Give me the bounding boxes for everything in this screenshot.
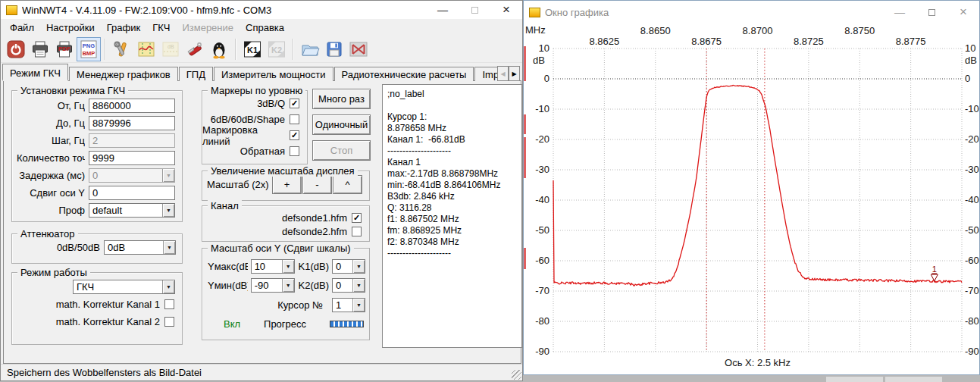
y-axis-tick-label-left: -80 <box>525 315 549 327</box>
close-button[interactable]: × <box>947 1 979 23</box>
info-line <box>387 100 517 111</box>
zoom---button[interactable]: - <box>302 175 332 194</box>
graph-titlebar: Окно графика — × <box>524 1 979 23</box>
menu-item-3[interactable]: График <box>101 20 146 35</box>
ymin-select[interactable]: -90▼ <box>251 278 295 293</box>
До, Гц-input[interactable]: 8879996 <box>89 116 175 130</box>
print-pdf-icon[interactable]: PDF <box>52 37 77 61</box>
app-icon <box>6 5 17 15</box>
sweep-row: От, Гц8860000 <box>12 97 182 114</box>
tux-icon[interactable] <box>207 37 231 61</box>
k2-select[interactable]: 0▼ <box>332 278 365 293</box>
maximize-icon <box>471 7 478 14</box>
resize-grip[interactable] <box>512 370 521 380</box>
info-line: Канал 1: -66.81dB <box>387 134 517 146</box>
save-icon[interactable] <box>322 37 346 61</box>
knife-icon[interactable] <box>183 37 207 61</box>
group-legend: Режим работы <box>17 267 90 278</box>
checkbox-unchecked[interactable] <box>164 299 174 309</box>
close-button[interactable]: × <box>490 1 522 19</box>
ymax-select[interactable]: 10▼ <box>251 259 295 274</box>
checkbox-checked[interactable]: ✓ <box>290 130 299 140</box>
tools-icon[interactable] <box>110 37 134 61</box>
attenuator-label: 0dB/50dB <box>17 242 100 253</box>
x-axis-note: Ось X: 2.5 kHz <box>712 357 803 368</box>
checkbox-unchecked[interactable] <box>352 227 362 236</box>
info-line: f1: 8.867502 MHz <box>387 214 517 225</box>
checkbox-unchecked[interactable] <box>164 317 174 327</box>
y-axis-tick-label-left: -10 <box>525 103 549 114</box>
power-icon[interactable] <box>4 37 28 61</box>
chevron-down-icon: ▼ <box>162 169 174 182</box>
sweep-row-label: Задержка (мс) <box>17 170 85 181</box>
info-line: --------------------- <box>387 146 517 157</box>
graph-settings-icon[interactable] <box>134 37 158 61</box>
sweep-row-label: До, Гц <box>17 117 85 129</box>
tab-1[interactable]: Режим ГКЧ <box>2 64 68 81</box>
maximize-button[interactable] <box>459 1 490 19</box>
Проф-select[interactable]: default▼ <box>89 203 175 218</box>
info-line: max:-2.17dB 8.868798MHz <box>387 168 517 180</box>
print-icon[interactable] <box>28 37 52 61</box>
minimize-button[interactable]: — <box>427 1 459 19</box>
menu-item-2[interactable]: Настройки <box>40 20 101 35</box>
checkbox-label: math. Korrektur Kanal 1 <box>56 299 160 310</box>
y-axis-tick-label-right: -20 <box>965 133 980 145</box>
y-axis-tick-label-right: -90 <box>965 346 980 357</box>
ymin-label: Yмин(dB) <box>208 280 248 291</box>
tab-scroll-right-button[interactable]: ▶ <box>509 66 520 81</box>
display-zoom-group: Увеличение масштаба дисплея Масштаб (2x)… <box>202 171 370 201</box>
Количество точек-input[interactable]: 9999 <box>89 151 175 165</box>
menu-item-1[interactable]: Файл <box>4 20 40 35</box>
zoom-+-button[interactable]: + <box>272 175 302 194</box>
checkbox-unchecked[interactable] <box>290 114 299 124</box>
maximize-button[interactable] <box>916 1 947 23</box>
open-folder-icon[interactable] <box>298 37 322 61</box>
progress-label: Прогресс <box>240 318 330 330</box>
group-legend: Канал <box>208 200 242 211</box>
chevron-down-icon: ▼ <box>162 204 174 217</box>
checkbox-checked[interactable]: ✓ <box>352 213 362 223</box>
checkbox-label: defsonde2.hfm <box>282 226 347 237</box>
Сдвиг оси Y-input[interactable]: 0 <box>89 186 175 200</box>
checkbox-label: Маркировка линий <box>202 124 285 147</box>
svg-text:BMP: BMP <box>83 50 95 57</box>
y-axis-tick-label-left: -70 <box>525 285 549 296</box>
attenuator-select[interactable]: 0dB ▼ <box>104 240 176 255</box>
db-scale-icon[interactable]: dB <box>158 37 183 61</box>
tab-3[interactable]: ГПД <box>179 67 213 81</box>
checkbox-unchecked[interactable] <box>290 146 299 156</box>
zoom-^-button[interactable]: ^ <box>333 175 362 194</box>
x-axis-tick-label: 8.8775 <box>892 36 930 47</box>
checkbox-checked[interactable]: ✓ <box>290 99 299 108</box>
tab-4[interactable]: Измеритель мощности <box>214 67 333 81</box>
checkbox-row: math. Korrektur Kanal 2 <box>12 313 182 330</box>
group-legend: Масштаб оси Y (Сдвиг шкалы) <box>208 243 354 254</box>
Много раз-button[interactable]: Много раз <box>312 89 371 109</box>
chevron-down-icon: ▼ <box>163 241 175 254</box>
export-image-icon[interactable]: PNGBMP <box>77 37 101 61</box>
menu-item-5[interactable]: Измерение <box>176 20 240 35</box>
Одиночный-button[interactable]: Одиночный <box>312 114 371 135</box>
y-axis-tick-label-right: -40 <box>965 194 980 205</box>
menu-item-6[interactable]: Справка <box>240 20 290 35</box>
sweep-window-icon[interactable] <box>346 37 371 61</box>
y-axis-tick-label-left: -20 <box>525 133 549 145</box>
tab-scroll-left-button[interactable]: ◀ <box>497 66 509 81</box>
channel-group: Канал defsonde1.hfm✓defsonde2.hfm <box>202 205 370 242</box>
x-axis-unit-label: MHz <box>525 24 546 36</box>
chevron-down-icon: ▼ <box>282 279 294 292</box>
tab-5[interactable]: Радиотехнические расчеты <box>334 67 474 81</box>
k1-select[interactable]: 0▼ <box>332 259 365 274</box>
mode-select[interactable]: ГКЧ ▼ <box>73 280 175 294</box>
status-text: Speichern des Wobbelfensters als Bild-Da… <box>7 367 202 378</box>
tab-2[interactable]: Менеджер графиков <box>69 67 178 81</box>
cursor-number-select[interactable]: 1▼ <box>332 298 365 312</box>
y-axis-tick-label-right: -30 <box>965 164 980 175</box>
menu-item-4[interactable]: ГКЧ <box>146 20 176 35</box>
k2-icon[interactable]: K2 <box>265 37 289 61</box>
minimize-button[interactable]: — <box>884 1 916 23</box>
От, Гц-input[interactable]: 8860000 <box>89 99 175 113</box>
sweep-row-label: Проф <box>17 205 85 216</box>
k1-icon[interactable]: K1 <box>240 37 265 61</box>
